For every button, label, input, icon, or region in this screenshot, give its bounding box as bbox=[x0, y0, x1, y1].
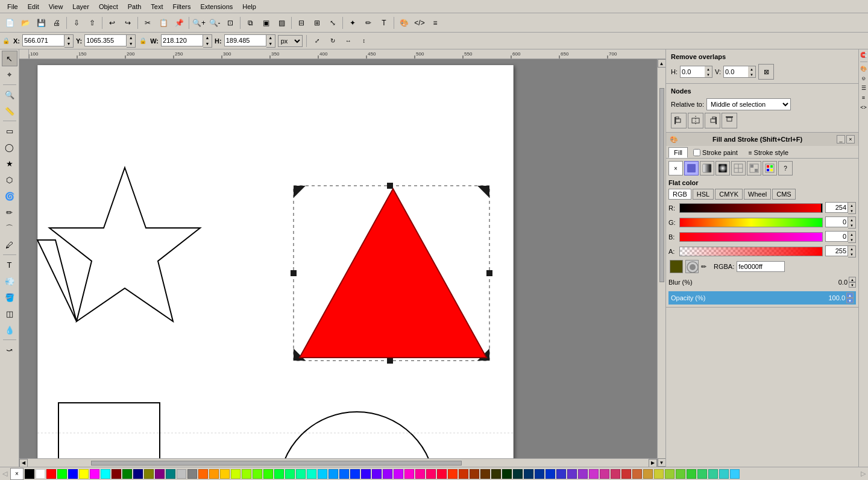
palette-color-swatch[interactable] bbox=[687, 469, 696, 479]
objects-button[interactable]: ☰ bbox=[860, 84, 868, 92]
fill-unset-button[interactable]: ? bbox=[778, 161, 793, 175]
h-spin[interactable]: ▲▼ bbox=[266, 34, 275, 48]
v-overlap-spin[interactable]: ▲ ▼ bbox=[748, 66, 755, 77]
h-scrollbar-track[interactable] bbox=[29, 461, 647, 466]
palette-color-swatch[interactable] bbox=[676, 469, 685, 479]
xml-editor-button[interactable]: <> bbox=[860, 103, 868, 112]
w-up[interactable]: ▲ bbox=[203, 35, 212, 41]
menu-layer[interactable]: Layer bbox=[68, 2, 94, 11]
w-spin[interactable]: ▲▼ bbox=[203, 34, 212, 48]
a-down[interactable]: ▼ bbox=[848, 251, 855, 257]
star-tool[interactable]: ★ bbox=[2, 156, 17, 171]
x-input[interactable]: 566.071 bbox=[22, 34, 64, 46]
scroll-left-button[interactable]: ◀ bbox=[19, 459, 28, 467]
r-input[interactable] bbox=[825, 202, 848, 213]
color-manager-button[interactable]: 🎨 bbox=[860, 65, 868, 73]
b-input[interactable] bbox=[825, 231, 848, 242]
bezier-button[interactable]: ✏ bbox=[361, 16, 376, 30]
palette-color-swatch[interactable] bbox=[155, 469, 165, 479]
h-scrollbar-thumb[interactable] bbox=[91, 461, 462, 466]
palette-scroll-right[interactable]: ▷ bbox=[858, 470, 868, 478]
fill-flat-button[interactable] bbox=[684, 161, 699, 175]
rect-tool[interactable]: ▭ bbox=[2, 123, 17, 139]
palette-color-swatch[interactable] bbox=[46, 469, 56, 479]
g-up[interactable]: ▲ bbox=[848, 217, 855, 223]
palette-color-swatch[interactable] bbox=[719, 469, 729, 479]
palette-color-swatch[interactable] bbox=[621, 469, 631, 479]
palette-color-swatch[interactable] bbox=[177, 469, 186, 479]
dropper-tool[interactable]: 💧 bbox=[2, 322, 17, 338]
pencil-tool[interactable]: ✏ bbox=[2, 204, 17, 220]
r-channel-bar[interactable] bbox=[679, 203, 823, 213]
eyedropper-icon[interactable]: ✏ bbox=[701, 263, 706, 271]
palette-color-swatch[interactable] bbox=[600, 469, 609, 479]
cmyk-tab[interactable]: CMYK bbox=[715, 189, 743, 200]
v-overlap-input[interactable] bbox=[724, 66, 748, 77]
palette-color-swatch[interactable] bbox=[285, 469, 295, 479]
distribute-button[interactable]: ⊞ bbox=[310, 16, 324, 30]
opacity-up[interactable]: ▲ bbox=[846, 292, 854, 298]
g-channel-bar[interactable] bbox=[679, 218, 823, 227]
hsl-tab[interactable]: HSL bbox=[693, 189, 714, 200]
canvas-viewport[interactable]: ◀ ▶ bbox=[19, 59, 657, 467]
connector-tool[interactable]: ⤻ bbox=[2, 342, 17, 358]
menu-file[interactable]: File bbox=[2, 2, 23, 11]
palette-color-swatch[interactable] bbox=[112, 469, 121, 479]
cms-tab[interactable]: CMS bbox=[772, 189, 795, 200]
palette-color-swatch[interactable] bbox=[437, 469, 447, 479]
blur-up[interactable]: ▲ bbox=[849, 277, 856, 282]
v-overlap-up[interactable]: ▲ bbox=[748, 66, 755, 72]
text-tool-button[interactable]: T bbox=[377, 16, 391, 30]
3d-box-tool[interactable]: ⬡ bbox=[2, 172, 17, 188]
spiral-tool[interactable]: 🌀 bbox=[2, 188, 17, 204]
gradient-tool[interactable]: ◫ bbox=[2, 306, 17, 321]
palette-color-swatch[interactable] bbox=[133, 469, 143, 479]
node-edit-tool[interactable]: ⌖ bbox=[2, 67, 17, 83]
fill-stroke-minimize-button[interactable]: _ bbox=[837, 135, 845, 144]
relative-to-select[interactable]: First selected Middle of selection Last … bbox=[706, 98, 791, 110]
palette-color-swatch[interactable] bbox=[361, 469, 371, 479]
v-overlap-down[interactable]: ▼ bbox=[748, 72, 755, 77]
stroke-paint-tab[interactable]: Stroke paint bbox=[688, 147, 743, 158]
b-down[interactable]: ▼ bbox=[848, 237, 855, 242]
color-current[interactable] bbox=[685, 260, 699, 273]
palette-color-swatch[interactable] bbox=[611, 469, 620, 479]
handle-ml[interactable] bbox=[291, 270, 297, 276]
menu-text[interactable]: Text bbox=[146, 2, 168, 11]
palette-color-swatch[interactable] bbox=[68, 469, 78, 479]
opacity-spin[interactable]: ▲ ▼ bbox=[846, 292, 854, 303]
g-spin[interactable]: ▲ ▼ bbox=[848, 216, 856, 229]
fill-stroke-button[interactable]: 🎨 bbox=[397, 16, 411, 30]
palette-color-swatch[interactable] bbox=[556, 469, 566, 479]
transform-handles-button[interactable]: ⤢ bbox=[310, 34, 324, 48]
text-tool[interactable]: T bbox=[2, 257, 17, 273]
blur-down[interactable]: ▼ bbox=[849, 282, 856, 288]
print-button[interactable]: 🖨 bbox=[49, 16, 64, 30]
palette-color-swatch[interactable] bbox=[383, 469, 392, 479]
palette-color-swatch[interactable] bbox=[708, 469, 718, 479]
opacity-down[interactable]: ▼ bbox=[846, 298, 854, 303]
a-up[interactable]: ▲ bbox=[848, 246, 855, 251]
x-spin[interactable]: ▲▼ bbox=[64, 34, 74, 48]
fill-tool[interactable]: 🪣 bbox=[2, 289, 17, 305]
palette-color-swatch[interactable] bbox=[307, 469, 316, 479]
palette-color-swatch[interactable] bbox=[513, 469, 523, 479]
palette-color-swatch[interactable] bbox=[36, 469, 45, 479]
node-tool-button[interactable]: ✦ bbox=[345, 16, 360, 30]
x-up[interactable]: ▲ bbox=[64, 35, 73, 41]
ungroup-button[interactable]: ▨ bbox=[274, 16, 289, 30]
rotation-button[interactable]: ↻ bbox=[326, 34, 339, 48]
palette-color-swatch[interactable] bbox=[318, 469, 327, 479]
g-down[interactable]: ▼ bbox=[848, 223, 855, 228]
palette-color-swatch[interactable] bbox=[79, 469, 89, 479]
b-spin[interactable]: ▲ ▼ bbox=[848, 231, 856, 243]
r-up[interactable]: ▲ bbox=[848, 203, 855, 208]
select-tool[interactable]: ↖ bbox=[2, 51, 17, 66]
fill-linear-button[interactable] bbox=[700, 161, 714, 175]
palette-color-swatch[interactable] bbox=[589, 469, 599, 479]
palette-color-swatch[interactable] bbox=[144, 469, 154, 479]
palette-color-swatch[interactable] bbox=[242, 469, 251, 479]
duplicate-button[interactable]: ⧉ bbox=[243, 16, 257, 30]
palette-none-button[interactable]: × bbox=[10, 468, 24, 480]
zoom-in-button[interactable]: 🔍+ bbox=[192, 16, 206, 30]
